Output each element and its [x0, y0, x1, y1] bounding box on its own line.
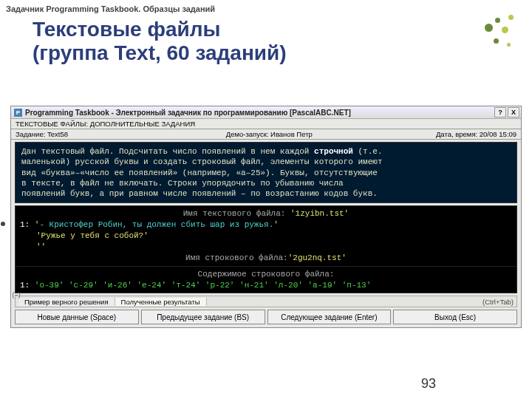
info-blank2: [226, 120, 376, 128]
info-datetime: Дата, время: 20/08 15:09: [376, 130, 516, 138]
close-button[interactable]: X: [508, 107, 519, 117]
exit-button[interactable]: Выход (Esc): [393, 310, 517, 324]
next-task-button[interactable]: Следующее задание (Enter): [267, 310, 392, 324]
info-blank3: [376, 120, 516, 128]
page-number: 93: [421, 376, 436, 392]
decorative-dots: [477, 13, 520, 56]
tab-correct-example[interactable]: Пример верного решения: [18, 298, 115, 306]
button-row: Новые данные (Space) Предыдущее задание …: [15, 310, 517, 324]
new-data-button[interactable]: Новые данные (Space): [15, 310, 139, 324]
app-icon: P: [14, 109, 22, 117]
taskbook-window: P Programming Taskbook - Электронный зад…: [10, 106, 522, 328]
doc-header-text: Задачник Programming Taskbook. Образцы з…: [0, 0, 532, 15]
tab-results[interactable]: Полученные результаты: [115, 298, 207, 306]
info-topic: ТЕКСТОВЫЕ ФАЙЛЫ: ДОПОЛНИТЕЛЬНЫЕ ЗАДАНИЯ: [16, 120, 226, 128]
slide-bullet: [1, 222, 5, 226]
io-panel: Имя текстового файла: '1zyibn.tst' 1: '-…: [15, 205, 517, 293]
task-description-panel: Дан текстовый файл. Подсчитать число поя…: [15, 142, 517, 203]
page-title: Текстовые файлы(группа Text, 60 заданий): [0, 15, 532, 71]
window-title: Programming Taskbook - Электронный задач…: [25, 109, 494, 117]
output-block: Содержимое строкового файла: 1: 'о-39' '…: [16, 267, 516, 293]
info-task: Задание: Text58: [16, 130, 226, 138]
bottom-panel: Пример верного решения Полученные резуль…: [11, 296, 521, 327]
titlebar: P Programming Taskbook - Электронный зад…: [11, 106, 521, 119]
info-student: Демо-запуск: Иванов Петр: [226, 130, 376, 138]
tab-hint: (Ctrl+Tab): [482, 298, 514, 306]
input-block: Имя текстового файла: '1zyibn.tst' 1: '-…: [16, 206, 516, 266]
collapse-minus[interactable]: (−): [12, 291, 21, 299]
tab-row: Пример верного решения Полученные резуль…: [15, 296, 517, 307]
help-button[interactable]: ?: [494, 107, 506, 117]
prev-task-button[interactable]: Предыдущее задание (BS): [141, 310, 265, 324]
